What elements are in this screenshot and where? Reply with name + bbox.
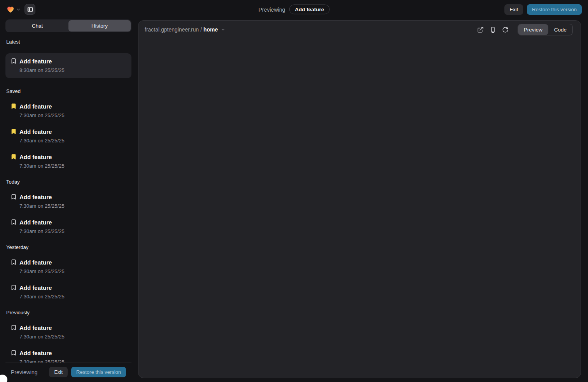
bookmark-outline-icon [10, 324, 17, 331]
lovable-heart-logo-icon [6, 5, 15, 14]
chevron-down-icon [221, 28, 225, 32]
history-sidebar: Chat History LatestAdd feature8:30am on … [5, 19, 131, 382]
version-title: Add feature [19, 259, 65, 266]
version-title: Add feature [19, 219, 65, 226]
history-section-title: Saved [6, 88, 131, 94]
version-title: Add feature [19, 103, 65, 110]
topbar: Previewing Add feature Exit Restore this… [0, 0, 588, 19]
preview-url-prefix: fractal.gptengineer.run / [145, 26, 202, 33]
preview-panel-header: fractal.gptengineer.run / home [138, 21, 581, 37]
bookmark-outline-icon [10, 259, 17, 265]
version-timestamp: 7:30am on 25/25/25 [19, 294, 65, 300]
history-version-item[interactable]: Add feature7:30am on 25/25/25 [5, 219, 131, 235]
footer-exit-button[interactable]: Exit [49, 367, 68, 377]
topbar-actions: Exit Restore this version [504, 4, 582, 15]
version-timestamp: 8:30am on 25/25/25 [19, 67, 65, 74]
history-version-item[interactable]: Add feature7:30am on 25/25/25 [5, 128, 131, 144]
version-title: Add feature [19, 324, 65, 331]
version-timestamp: 7:30am on 25/25/25 [19, 138, 65, 144]
history-section-title: Latest [6, 39, 131, 45]
history-version-item[interactable]: Add feature7:30am on 25/25/25 [5, 153, 131, 169]
version-title: Add feature [19, 58, 65, 65]
version-title: Add feature [19, 193, 65, 201]
history-version-item[interactable]: Add feature7:30am on 25/25/25 [5, 259, 131, 275]
history-version-item[interactable]: Add feature7:30am on 25/25/25 [5, 284, 131, 300]
topbar-left [6, 4, 35, 15]
history-section-title: Yesterday [6, 244, 131, 250]
history-section-title: Today [6, 179, 131, 185]
preview-status: Previewing Add feature [259, 5, 330, 14]
history-list: LatestAdd feature8:30am on 25/25/25Saved… [5, 32, 131, 363]
version-badge[interactable]: Add feature [289, 5, 329, 14]
restore-version-button[interactable]: Restore this version [527, 4, 582, 15]
version-title: Add feature [19, 128, 65, 135]
tab-chat[interactable]: Chat [6, 20, 68, 32]
preview-code-toggle: Preview Code [518, 24, 573, 35]
version-timestamp: 7:30am on 25/25/25 [19, 228, 65, 235]
panel-left-icon [27, 6, 33, 13]
sidebar-toggle-button[interactable] [24, 4, 35, 15]
bookmark-outline-icon [10, 284, 17, 291]
version-timestamp: 7:30am on 25/25/25 [19, 359, 65, 363]
version-title: Add feature [19, 153, 65, 161]
version-title: Add feature [19, 349, 65, 357]
toggle-code-button[interactable]: Code [548, 24, 572, 35]
workspace-menu-button[interactable] [6, 5, 21, 14]
version-timestamp: 7:30am on 25/25/25 [19, 163, 65, 169]
open-in-new-window-button[interactable] [476, 26, 485, 34]
version-timestamp: 7:30am on 25/25/25 [19, 268, 65, 275]
refresh-icon [502, 26, 509, 33]
preview-panel: fractal.gptengineer.run / home [138, 20, 581, 378]
bookmark-outline-icon [10, 58, 17, 64]
bookmark-outline-icon [10, 194, 17, 200]
open-in-new-window-icon [477, 26, 484, 33]
bookmark-outline-icon [10, 350, 17, 356]
history-section-title: Previously [6, 310, 131, 315]
version-title: Add feature [19, 284, 65, 291]
chat-history-tabs: Chat History [5, 19, 131, 32]
toggle-preview-button[interactable]: Preview [518, 24, 548, 35]
preview-viewport[interactable] [138, 37, 581, 378]
bookmark-filled-icon [10, 103, 17, 109]
mobile-preview-button[interactable] [489, 26, 497, 34]
bookmark-filled-icon [10, 128, 17, 135]
preview-url-selector[interactable]: fractal.gptengineer.run / home [145, 26, 225, 33]
tab-history[interactable]: History [68, 20, 131, 32]
history-version-item[interactable]: Add feature7:30am on 25/25/25 [5, 103, 131, 119]
bookmark-filled-icon [10, 154, 17, 160]
history-version-item[interactable]: Add feature7:30am on 25/25/25 [5, 324, 131, 340]
version-timestamp: 7:30am on 25/25/25 [19, 203, 65, 209]
bookmark-outline-icon [10, 219, 17, 225]
version-timestamp: 7:30am on 25/25/25 [19, 112, 65, 119]
history-version-item[interactable]: Add feature7:30am on 25/25/25 [5, 349, 131, 363]
history-version-item[interactable]: Add feature7:30am on 25/25/25 [5, 193, 131, 209]
mobile-preview-icon [490, 26, 496, 33]
footer-restore-version-button[interactable]: Restore this version [71, 367, 126, 377]
refresh-button[interactable] [501, 26, 509, 34]
version-timestamp: 7:30am on 25/25/25 [19, 334, 65, 340]
sidebar-footer: Previewing Exit Restore this version [5, 363, 131, 382]
preview-panel-actions: Preview Code [476, 24, 573, 35]
history-version-item[interactable]: Add feature8:30am on 25/25/25 [5, 53, 131, 78]
exit-button[interactable]: Exit [504, 4, 523, 15]
preview-url-page: home [203, 26, 218, 33]
chevron-down-icon [16, 7, 21, 12]
previewing-label: Previewing [259, 6, 285, 12]
footer-previewing-label: Previewing [11, 369, 37, 375]
